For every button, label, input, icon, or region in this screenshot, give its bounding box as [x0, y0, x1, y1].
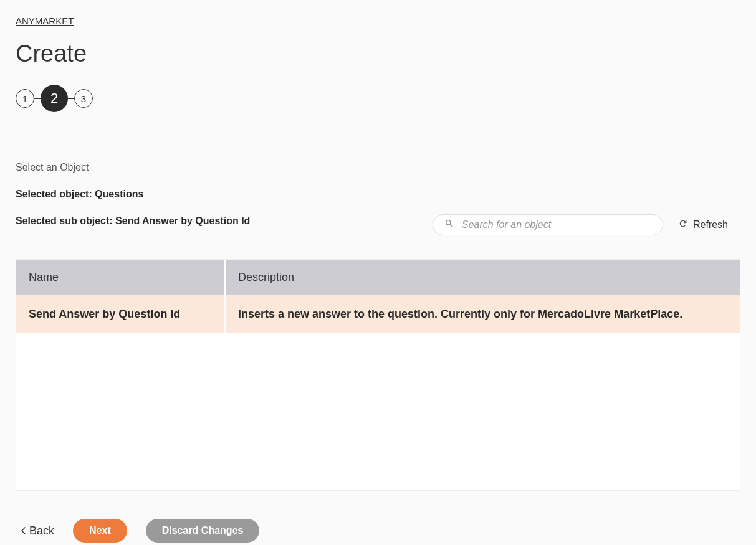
back-button[interactable]: Back [21, 524, 54, 538]
column-header-description[interactable]: Description [225, 260, 740, 295]
step-1[interactable]: 1 [16, 89, 34, 108]
section-label: Select an Object [16, 162, 740, 173]
cell-name: Send Answer by Question Id [16, 295, 225, 333]
step-3[interactable]: 3 [74, 89, 93, 108]
column-header-name[interactable]: Name [16, 260, 225, 295]
step-connector [68, 98, 74, 99]
discard-changes-button[interactable]: Discard Changes [146, 519, 260, 543]
cell-description: Inserts a new answer to the question. Cu… [225, 295, 740, 333]
table-header-row: Name Description [16, 260, 740, 295]
refresh-button[interactable]: Refresh [678, 219, 728, 231]
back-label: Back [29, 524, 54, 538]
search-container[interactable] [433, 214, 663, 235]
page-title: Create [16, 40, 740, 67]
step-connector [34, 98, 41, 99]
object-table: Name Description Send Answer by Question… [16, 259, 740, 491]
search-input[interactable] [462, 219, 651, 230]
breadcrumb-link[interactable]: ANYMARKET [16, 16, 74, 26]
step-2[interactable]: 2 [41, 85, 68, 112]
search-icon [444, 219, 454, 231]
table-row[interactable]: Send Answer by Question Id Inserts a new… [16, 295, 740, 333]
chevron-left-icon [21, 524, 26, 538]
stepper: 1 2 3 [16, 85, 740, 112]
refresh-icon [678, 219, 688, 231]
selected-object-line: Selected object: Questions [16, 189, 740, 200]
next-button[interactable]: Next [73, 519, 127, 543]
refresh-label: Refresh [693, 219, 728, 230]
footer-actions: Back Next Discard Changes [16, 519, 740, 543]
